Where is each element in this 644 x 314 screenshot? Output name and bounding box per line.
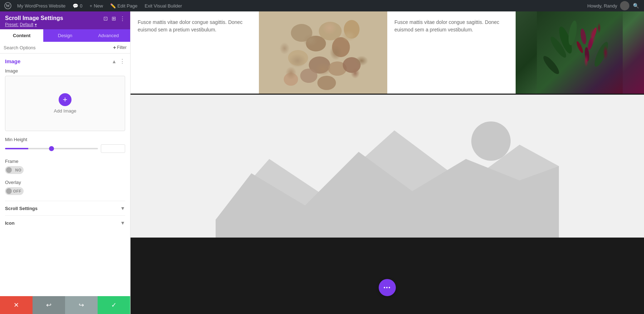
frame-label: Frame <box>5 159 125 164</box>
image-section: Image ▲ ⋮ Image + Add Image Min <box>5 58 125 195</box>
icon-section-chevron[interactable]: ▼ <box>120 220 125 226</box>
frame-toggle-label: NO <box>15 168 22 172</box>
potato-image <box>259 11 387 94</box>
svg-point-3 <box>291 24 313 42</box>
scroll-settings-title: Scroll Settings <box>5 206 38 211</box>
min-height-value-input[interactable]: 450px <box>101 144 125 153</box>
image-upload-area[interactable]: + Add Image <box>5 76 125 131</box>
comments-link[interactable]: 💬 0 <box>70 3 85 9</box>
svg-point-29 <box>471 121 511 161</box>
comment-icon: 💬 <box>73 3 78 9</box>
min-height-slider[interactable] <box>5 148 98 149</box>
add-image-button[interactable]: + <box>59 93 72 106</box>
sidebar-header: Scroll Image Settings ⊡ ⊞ ⋮ Preset: Defa… <box>0 11 130 29</box>
svg-point-5 <box>319 22 342 40</box>
section-more-icon[interactable]: ⋮ <box>119 58 125 65</box>
pencil-icon: ✏️ <box>110 3 116 9</box>
settings-sidebar: Scroll Image Settings ⊡ ⊞ ⋮ Preset: Defa… <box>0 11 131 314</box>
svg-point-18 <box>548 35 569 60</box>
admin-bar: W My WordPress Website 💬 0 + New ✏️ Edit… <box>0 0 644 11</box>
float-btn-dots: ••• <box>384 285 391 290</box>
canvas-content: Fusce mattis vitae dolor congue sagittis… <box>131 11 644 238</box>
overlay-label: Overlay <box>5 180 125 185</box>
cancel-button[interactable]: ✕ <box>0 296 33 314</box>
overlay-toggle[interactable]: OFF <box>5 187 24 195</box>
text-card-2: Fusce mattis vitae dolor congue sagittis… <box>387 11 516 94</box>
text-card-1: Fusce mattis vitae dolor congue sagittis… <box>131 11 259 94</box>
scroll-settings-section: Scroll Settings ▼ <box>5 201 125 215</box>
avatar[interactable] <box>620 1 629 10</box>
sidebar-content: Image ▲ ⋮ Image + Add Image Min <box>0 54 130 296</box>
plant-image-card <box>516 11 644 94</box>
svg-point-17 <box>567 20 579 46</box>
tab-advanced[interactable]: Advanced <box>87 29 130 42</box>
sidebar-tabs: Content Design Advanced <box>0 29 130 42</box>
frame-toggle[interactable]: NO <box>5 166 24 174</box>
icon-section-title: Icon <box>5 220 15 226</box>
svg-point-14 <box>318 76 336 90</box>
tab-design[interactable]: Design <box>43 29 87 42</box>
overlay-toggle-label: OFF <box>13 189 22 193</box>
svg-point-22 <box>590 27 598 39</box>
edit-page-link[interactable]: ✏️ Edit Page <box>107 3 140 9</box>
overlay-field-group: Overlay OFF <box>5 180 125 195</box>
sidebar-title: Scroll Image Settings <box>5 15 63 21</box>
section-title-image: Image <box>5 58 20 64</box>
howdy-text: Howdy, Randy <box>587 3 617 9</box>
frame-field-group: Frame NO <box>5 159 125 174</box>
redo-button[interactable]: ↪ <box>65 296 98 314</box>
icon-section: Icon ▼ <box>5 215 125 230</box>
svg-point-20 <box>587 37 594 50</box>
min-height-label: Min Height <box>5 137 125 142</box>
card-text-1: Fusce mattis vitae dolor congue sagittis… <box>131 11 259 44</box>
image-field-group: Image + Add Image <box>5 68 125 131</box>
svg-point-23 <box>575 41 584 54</box>
collapse-icon[interactable]: ▲ <box>112 59 117 64</box>
svg-point-12 <box>343 57 361 73</box>
svg-rect-2 <box>280 11 366 94</box>
svg-point-25 <box>541 54 561 76</box>
svg-point-6 <box>332 37 350 57</box>
search-input[interactable] <box>4 45 111 50</box>
exit-builder-button[interactable]: Exit Visual Builder <box>142 3 185 9</box>
scroll-settings-header[interactable]: Scroll Settings ▼ <box>5 205 125 211</box>
scroll-image-placeholder <box>131 95 644 238</box>
svg-point-8 <box>309 56 330 74</box>
canvas-area: Fusce mattis vitae dolor congue sagittis… <box>131 11 644 314</box>
svg-point-10 <box>300 69 318 83</box>
card-text-2: Fusce mattis vitae dolor congue sagittis… <box>387 11 516 44</box>
tab-content[interactable]: Content <box>0 29 43 42</box>
svg-text:W: W <box>6 3 10 8</box>
svg-point-7 <box>288 50 308 66</box>
svg-point-13 <box>284 73 298 86</box>
scroll-settings-chevron[interactable]: ▼ <box>120 205 125 211</box>
cards-row: Fusce mattis vitae dolor congue sagittis… <box>131 11 644 95</box>
wp-logo[interactable]: W <box>3 1 13 11</box>
svg-rect-15 <box>537 11 623 94</box>
plant-image <box>516 11 644 94</box>
search-bar: + Filter <box>0 42 130 54</box>
layout-icon[interactable]: ⊞ <box>112 15 116 22</box>
svg-point-16 <box>557 25 575 55</box>
filter-button[interactable]: + Filter <box>113 45 127 50</box>
undo-button[interactable]: ↩ <box>33 296 65 314</box>
image-field-label: Image <box>5 68 125 74</box>
svg-point-9 <box>328 61 347 76</box>
bottom-action-bar: ✕ ↩ ↪ ✓ <box>0 296 130 314</box>
responsive-icon[interactable]: ⊡ <box>103 15 108 22</box>
min-height-group: Min Height 450px <box>5 137 125 153</box>
site-name[interactable]: My WordPress Website <box>14 3 68 9</box>
svg-point-11 <box>344 20 360 39</box>
svg-point-21 <box>584 47 590 62</box>
save-button[interactable]: ✓ <box>98 296 130 314</box>
svg-point-19 <box>580 28 587 45</box>
search-icon[interactable]: 🔍 <box>631 3 641 9</box>
float-action-button[interactable]: ••• <box>379 279 396 296</box>
new-button[interactable]: + New <box>87 3 106 9</box>
preset-selector[interactable]: Preset: Default ▾ <box>5 22 125 27</box>
icon-section-header[interactable]: Icon ▼ <box>5 220 125 226</box>
add-image-label: Add Image <box>54 108 77 114</box>
svg-point-4 <box>306 36 326 51</box>
svg-point-24 <box>592 40 610 68</box>
more-options-icon[interactable]: ⋮ <box>120 15 125 22</box>
